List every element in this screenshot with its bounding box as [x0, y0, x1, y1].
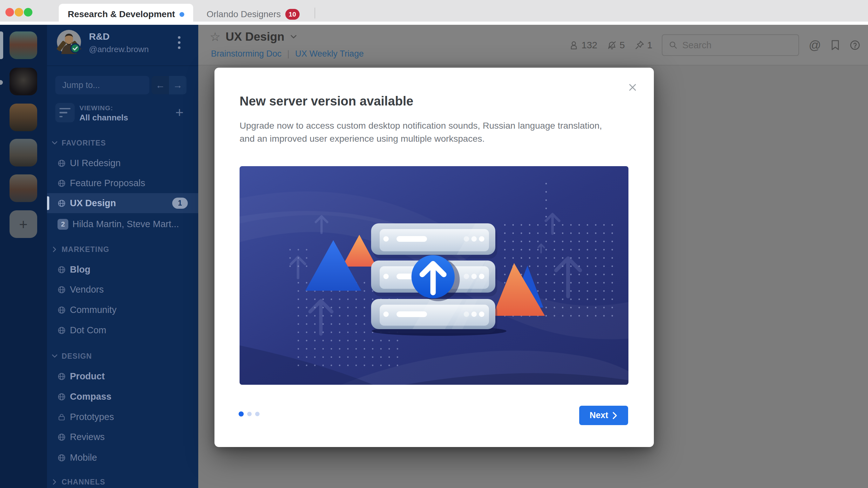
- workspace-item-3[interactable]: [9, 103, 37, 131]
- globe-icon: [58, 433, 66, 441]
- help-button[interactable]: [849, 40, 860, 51]
- pager-dot-2[interactable]: [247, 412, 252, 416]
- globe-icon: [58, 306, 66, 314]
- person-icon: [569, 40, 579, 50]
- mentions-button[interactable]: @: [809, 38, 821, 52]
- search-box[interactable]: [662, 34, 799, 56]
- back-arrow-button[interactable]: ←: [152, 76, 169, 94]
- section-design[interactable]: DESIGN: [47, 350, 198, 363]
- help-icon: [849, 40, 860, 51]
- sidebar-item-mobile[interactable]: Mobile: [47, 448, 198, 468]
- tab-unread-badge: 10: [285, 9, 300, 20]
- workspace-unread-dot: [0, 80, 3, 85]
- tab-separator: [314, 8, 315, 19]
- globe-icon: [58, 285, 66, 294]
- saved-items-button[interactable]: [831, 40, 840, 51]
- sidebar-item-ui-redesign[interactable]: UI Redesign: [47, 153, 198, 173]
- workspace-menu-button[interactable]: [178, 36, 181, 49]
- sidebar-item-ux-design[interactable]: UX Design 1: [47, 193, 198, 213]
- modal-title: New server version available: [240, 94, 413, 108]
- username: @andrew.brown: [89, 44, 149, 54]
- channel-sidebar: R&D @andrew.brown ← → VIEWING: All chann…: [47, 25, 198, 488]
- filter-icon[interactable]: [55, 103, 75, 122]
- selected-indicator: [47, 196, 49, 210]
- pinned-count[interactable]: 1: [634, 40, 653, 51]
- workspace-name: R&D: [89, 31, 110, 42]
- member-count[interactable]: 132: [569, 40, 597, 51]
- pager-dot-3[interactable]: [255, 412, 259, 416]
- sidebar-item-dot-com[interactable]: Dot Com: [47, 320, 198, 340]
- upgrade-modal: New server version available Upgrade now…: [214, 68, 654, 447]
- tab-label: Research & Development: [68, 9, 175, 20]
- pin-icon: [634, 40, 645, 50]
- jump-to-input[interactable]: [55, 76, 149, 94]
- globe-icon: [58, 372, 66, 380]
- zoom-window-button[interactable]: [24, 8, 32, 17]
- section-favorites[interactable]: FAVORITES: [47, 136, 198, 149]
- section-marketing[interactable]: MARKETING: [47, 243, 198, 256]
- viewing-label: VIEWING:: [80, 104, 113, 112]
- bookmark-icon: [831, 40, 840, 51]
- dot-grid: [540, 180, 549, 222]
- add-workspace-button[interactable]: +: [9, 210, 37, 238]
- sidebar-item-blog[interactable]: Blog: [47, 260, 198, 280]
- section-channels[interactable]: CHANNELS: [47, 476, 198, 488]
- pinned-link-triage[interactable]: UX Weekly Triage: [295, 49, 364, 59]
- chevron-down-icon[interactable]: [289, 33, 298, 41]
- unread-dot-icon: [180, 12, 184, 17]
- active-workspace-indicator: [0, 31, 3, 59]
- sidebar-item-product[interactable]: Product: [47, 366, 198, 386]
- workspace-item-5[interactable]: [9, 175, 37, 202]
- channel-title[interactable]: UX Design: [225, 30, 284, 43]
- search-icon: [669, 41, 678, 50]
- window-edge: [0, 22, 868, 25]
- history-nav: ← →: [152, 76, 186, 94]
- chevron-right-icon: [612, 412, 618, 419]
- avatar[interactable]: [57, 30, 81, 54]
- workspace-item-4[interactable]: [9, 139, 37, 166]
- add-channel-button[interactable]: +: [175, 104, 184, 121]
- chevron-right-icon: [51, 246, 58, 253]
- sidebar-item-prototypes[interactable]: Prototypes: [47, 407, 198, 427]
- lock-icon: [58, 413, 66, 421]
- divider: [47, 65, 198, 66]
- globe-icon: [58, 179, 66, 187]
- app-window: Research & Development Orlando Designers…: [0, 0, 868, 488]
- channel-header: ☆ UX Design Brainstorming Doc | UX Weekl…: [198, 25, 868, 65]
- window-tab-bar: Research & Development Orlando Designers…: [0, 0, 868, 22]
- dm-participant-count: 2: [58, 219, 68, 230]
- globe-icon: [58, 326, 66, 335]
- muted-count[interactable]: 5: [607, 40, 625, 51]
- carousel-pager: [239, 411, 259, 417]
- close-icon[interactable]: [626, 81, 639, 94]
- workspace-item-2[interactable]: [9, 68, 37, 95]
- modal-body-text: Upgrade now to access custom desktop not…: [240, 119, 619, 145]
- pinned-link-brainstorming[interactable]: Brainstorming Doc: [211, 49, 281, 59]
- search-input[interactable]: [682, 40, 790, 51]
- chevron-right-icon: [51, 478, 58, 486]
- pager-dot-1[interactable]: [239, 411, 244, 417]
- next-button[interactable]: Next: [579, 406, 628, 425]
- favorite-star-icon[interactable]: ☆: [210, 30, 220, 44]
- viewing-value[interactable]: All channels: [80, 113, 128, 123]
- close-window-button[interactable]: [5, 8, 14, 17]
- globe-icon: [58, 393, 66, 401]
- sidebar-item-community[interactable]: Community: [47, 300, 198, 320]
- chevron-down-icon: [51, 139, 58, 147]
- forward-arrow-button[interactable]: →: [169, 76, 186, 94]
- bell-slash-icon: [607, 40, 617, 50]
- workspace-rail: +: [0, 25, 47, 488]
- minimize-window-button[interactable]: [14, 8, 23, 17]
- workspace-item-1[interactable]: [9, 31, 37, 59]
- link-separator: |: [287, 49, 289, 59]
- chevron-down-icon: [51, 352, 58, 360]
- upgrade-illustration: [240, 166, 628, 385]
- globe-icon: [58, 266, 66, 274]
- sidebar-item-feature-proposals[interactable]: Feature Proposals: [47, 173, 198, 193]
- sidebar-item-reviews[interactable]: Reviews: [47, 427, 198, 447]
- globe-icon: [58, 159, 66, 167]
- sidebar-item-dm-group[interactable]: 2 Hilda Martin, Steve Mart...: [47, 214, 198, 234]
- unread-count-badge: 1: [172, 197, 188, 209]
- sidebar-item-vendors[interactable]: Vendors: [47, 280, 198, 300]
- sidebar-item-compass[interactable]: Compass: [47, 387, 198, 407]
